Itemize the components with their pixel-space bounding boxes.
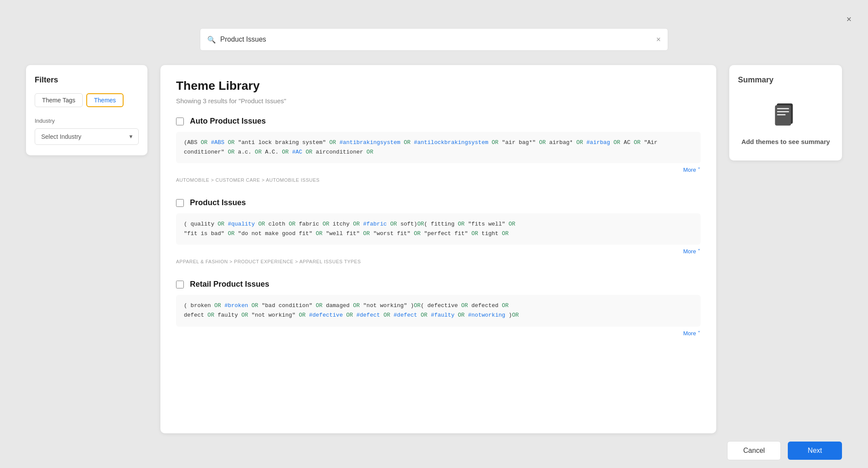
search-input[interactable] [220, 36, 652, 43]
theme-item-auto-product-issues: Auto Product Issues (ABS OR #ABS OR "ant… [176, 117, 701, 183]
cancel-button[interactable]: Cancel [727, 441, 781, 460]
close-icon: × [846, 14, 852, 24]
search-clear-button[interactable]: × [656, 36, 661, 43]
results-prefix: Showing 3 results for [176, 97, 238, 105]
theme-name-retail: Retail Product Issues [190, 280, 269, 289]
filters-panel: Filters Theme Tags Themes Industry Selec… [26, 65, 147, 155]
theme-item-product-issues: Product Issues ( quality OR #quality OR … [176, 198, 701, 264]
search-bar-wrapper: 🔍 × [200, 28, 668, 51]
theme-code-retail: ( broken OR #broken OR "bad condition" O… [176, 295, 701, 326]
main-panel: Theme Library Showing 3 results for "Pro… [160, 65, 716, 433]
search-icon: 🔍 [207, 36, 216, 44]
theme-code-product: ( quality OR #quality OR cloth OR fabric… [176, 213, 701, 245]
clear-icon: × [656, 35, 661, 44]
theme-breadcrumb-product: APPAREL & FASHION > PRODUCT EXPERIENCE >… [176, 259, 701, 264]
theme-checkbox-auto[interactable] [176, 118, 184, 125]
theme-item-header-2: Product Issues [176, 198, 701, 207]
theme-more-auto[interactable]: More ˅ [176, 167, 701, 173]
industry-select[interactable]: Select Industry Automobile Apparel & Fas… [35, 128, 139, 145]
theme-checkbox-retail[interactable] [176, 281, 184, 288]
svg-rect-5 [777, 108, 789, 109]
summary-empty-text: Add themes to see summary [741, 138, 830, 145]
theme-item-header-1: Auto Product Issues [176, 117, 701, 126]
svg-rect-7 [777, 114, 786, 115]
results-subtitle: Showing 3 results for "Product Issues" [176, 97, 701, 105]
results-query: "Product Issues" [238, 97, 286, 105]
next-button[interactable]: Next [788, 442, 842, 460]
industry-label: Industry [35, 118, 139, 124]
summary-empty-icon [773, 102, 798, 131]
filters-title: Filters [35, 75, 139, 85]
theme-checkbox-product[interactable] [176, 199, 184, 207]
theme-more-retail[interactable]: More ˅ [176, 330, 701, 337]
library-title: Theme Library [176, 79, 701, 93]
filter-tabs: Theme Tags Themes [35, 93, 139, 107]
theme-breadcrumb-auto: AUTOMOBILE > CUSTOMER CARE > AUTOMOBILE … [176, 177, 701, 183]
theme-more-product[interactable]: More ˅ [176, 248, 701, 255]
theme-item-header-3: Retail Product Issues [176, 280, 701, 289]
bottom-bar: Cancel Next [0, 433, 868, 468]
tab-themes[interactable]: Themes [86, 93, 124, 107]
summary-panel: Summary Add themes to see summary [729, 65, 842, 160]
summary-title: Summary [738, 75, 773, 85]
tab-theme-tags[interactable]: Theme Tags [35, 93, 83, 107]
svg-rect-6 [777, 111, 789, 112]
search-bar: 🔍 × [200, 28, 668, 51]
theme-name-auto: Auto Product Issues [190, 117, 266, 126]
industry-select-wrapper: Select Industry Automobile Apparel & Fas… [35, 128, 139, 145]
theme-code-auto: (ABS OR #ABS OR "anti lock braking syste… [176, 132, 701, 163]
close-button[interactable]: × [842, 12, 856, 26]
theme-name-product: Product Issues [190, 198, 246, 207]
theme-item-retail-product-issues: Retail Product Issues ( broken OR #broke… [176, 280, 701, 336]
summary-empty: Add themes to see summary [738, 102, 833, 145]
